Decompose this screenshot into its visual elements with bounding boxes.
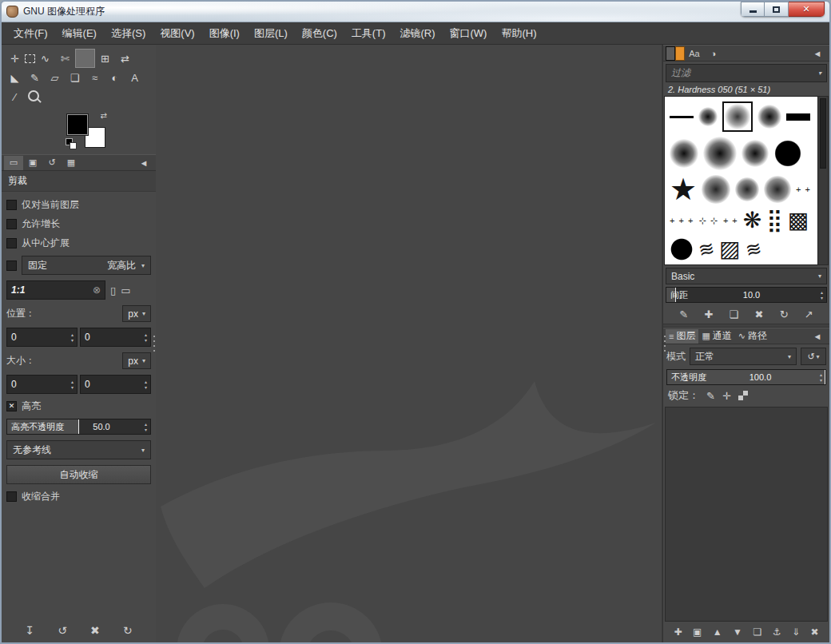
brush-sparks[interactable]: ⊹ ⊹	[698, 216, 718, 226]
free-select-tool[interactable]: ∿	[35, 49, 55, 68]
transform-tool[interactable]: ⊞	[95, 49, 115, 68]
auto-shrink-button[interactable]: 自动收缩	[6, 465, 151, 484]
brush-line[interactable]	[670, 116, 694, 118]
new-layer-icon[interactable]: ✚	[674, 626, 682, 638]
eraser-tool[interactable]: ▱	[45, 68, 65, 87]
shrink-merged-checkbox[interactable]	[6, 491, 17, 502]
dock-resize-handle[interactable]	[663, 334, 666, 353]
paintbrush-tool[interactable]: ✎	[25, 68, 45, 87]
fixed-combo[interactable]: 固定 宽高比 ▾	[22, 256, 151, 275]
brush-sparks[interactable]: + + +	[670, 216, 694, 225]
delete-brush-icon[interactable]: ✖	[754, 308, 763, 320]
brush-round[interactable]	[670, 237, 694, 261]
new-group-icon[interactable]: ▣	[693, 626, 702, 638]
edit-brush-icon[interactable]: ✎	[679, 308, 688, 320]
crop-tool[interactable]	[75, 49, 95, 68]
brush-selected-hardness-050[interactable]	[722, 101, 753, 132]
brush-texture[interactable]: ❋	[743, 209, 761, 233]
spin-down-icon[interactable]: ▾	[71, 338, 74, 343]
spin-down-icon[interactable]: ▾	[145, 338, 147, 343]
brush-scribble[interactable]: ≋	[743, 237, 763, 262]
spin-up-icon[interactable]: ▴	[71, 380, 74, 384]
refresh-brushes-icon[interactable]: ↻	[780, 308, 789, 320]
brush-fuzzy[interactable]	[735, 177, 759, 201]
highlight-checkbox[interactable]: ✕	[6, 401, 17, 411]
size-width-input[interactable]: 0 ▴▾	[6, 375, 78, 394]
position-unit-combo[interactable]: px ▾	[122, 305, 151, 322]
menu-image[interactable]: 图像(I)	[202, 22, 247, 45]
brush-texture[interactable]: ▨	[719, 237, 740, 261]
spin-down-icon[interactable]: ▾	[821, 296, 823, 300]
flip-tool[interactable]: ⇄	[115, 49, 135, 68]
color-picker-tool[interactable]: ∕	[5, 87, 25, 106]
delete-layer-icon[interactable]: ✖	[810, 626, 818, 638]
fixed-checkbox[interactable]	[6, 260, 17, 271]
menu-windows[interactable]: 窗口(W)	[443, 22, 495, 45]
anchor-layer-icon[interactable]: ⚓	[773, 626, 781, 638]
landscape-icon[interactable]: ▭	[121, 284, 130, 296]
menu-file[interactable]: 文件(F)	[6, 22, 55, 45]
duplicate-layer-icon[interactable]: ❏	[753, 626, 761, 638]
titlebar[interactable]: GNU 图像处理程序 ✕	[2, 2, 829, 22]
tab-channels[interactable]: ▦通道	[698, 329, 734, 344]
minimize-button[interactable]	[741, 2, 765, 17]
scissors-select-tool[interactable]: ✄	[55, 49, 75, 68]
rectangle-select-tool[interactable]	[25, 54, 35, 63]
tab-paths[interactable]: ∿路径	[735, 329, 770, 344]
delete-preset-icon[interactable]: ✖	[90, 624, 100, 637]
menu-tools[interactable]: 工具(T)	[344, 22, 393, 45]
brush-soft[interactable]	[742, 140, 769, 167]
brush-sparks[interactable]: + +	[723, 216, 738, 225]
reset-options-icon[interactable]: ↻	[123, 624, 133, 637]
spin-up-icon[interactable]: ▴	[145, 332, 147, 337]
tab-fonts[interactable]: Aa	[685, 46, 704, 61]
brush-star[interactable]: ★	[670, 176, 697, 203]
foreground-color-swatch[interactable]	[67, 114, 88, 135]
menu-colors[interactable]: 颜色(C)	[295, 22, 344, 45]
tab-tool-options[interactable]: ▭	[4, 156, 23, 170]
duplicate-brush-icon[interactable]: ❏	[730, 308, 739, 320]
spin-up-icon[interactable]: ▴	[71, 332, 74, 337]
brush-texture[interactable]: ⣿	[766, 209, 783, 233]
menu-filters[interactable]: 滤镜(R)	[392, 22, 442, 45]
restore-preset-icon[interactable]: ↺	[58, 624, 67, 637]
clone-tool[interactable]: ❏	[65, 68, 85, 87]
spin-down-icon[interactable]: ▾	[145, 385, 147, 390]
brush-spacing-slider[interactable]: 间距 10.0 ▴▾	[666, 287, 827, 303]
tab-layers[interactable]: ≡图层	[666, 329, 698, 344]
brush-scribble[interactable]: ≋	[696, 237, 716, 262]
merge-down-icon[interactable]: ⇓	[792, 626, 800, 638]
brushes-scrollbar[interactable]	[818, 96, 829, 265]
spin-up-icon[interactable]: ▴	[145, 422, 147, 427]
spin-up-icon[interactable]: ▴	[820, 372, 822, 377]
spin-down-icon[interactable]: ▾	[71, 385, 74, 390]
brush-soft[interactable]	[757, 105, 781, 129]
brush-texture[interactable]: ▩	[788, 209, 809, 233]
tab-device-status[interactable]: ▣	[23, 156, 42, 170]
menu-view[interactable]: 视图(V)	[153, 22, 201, 45]
move-tool[interactable]: ✛	[5, 49, 25, 68]
spin-down-icon[interactable]: ▾	[820, 378, 822, 383]
dock-menu-icon[interactable]: ◄	[808, 329, 827, 344]
lower-layer-icon[interactable]: ▼	[733, 626, 742, 638]
default-colors-icon[interactable]	[66, 138, 77, 149]
brush-fuzzy[interactable]	[702, 175, 730, 204]
brush-fuzzy[interactable]	[764, 176, 791, 203]
dodge-burn-tool[interactable]: ◐	[105, 68, 125, 87]
brush-round[interactable]	[773, 139, 802, 168]
expand-from-center-checkbox[interactable]	[6, 238, 17, 248]
lock-alpha-icon[interactable]	[738, 391, 748, 400]
dock-menu-icon[interactable]: ◄	[808, 46, 827, 61]
new-brush-icon[interactable]: ✚	[704, 308, 713, 320]
aspect-ratio-input[interactable]: 1:1 ⊗	[6, 280, 105, 300]
layer-opacity-slider[interactable]: 不透明度 100.0 ▴▾	[666, 369, 826, 385]
open-brush-image-icon[interactable]: ↗	[805, 308, 813, 320]
menu-select[interactable]: 选择(S)	[104, 22, 153, 45]
save-preset-icon[interactable]: ↧	[25, 624, 34, 637]
clear-icon[interactable]: ⊗	[93, 284, 101, 296]
maximize-button[interactable]	[765, 2, 789, 17]
bucket-fill-tool[interactable]: ◣	[5, 68, 25, 87]
scrollbar-thumb[interactable]	[820, 98, 826, 169]
spin-up-icon[interactable]: ▴	[145, 380, 147, 384]
guides-combo[interactable]: 无参考线 ▾	[6, 440, 151, 459]
